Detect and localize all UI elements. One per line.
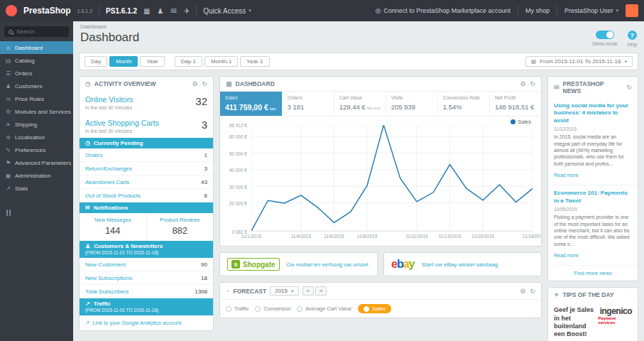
gear-icon[interactable]: ⚙	[192, 80, 197, 87]
read-more-link[interactable]: Read more	[554, 173, 579, 178]
kpi-cart-value[interactable]: Cart Value 129,44 €tax excl.	[334, 92, 386, 116]
shopgate-link[interactable]: Ga mobiel en verhoog uw omzet	[287, 261, 369, 268]
quick-access-label: Quick Access	[203, 7, 246, 15]
date-range-picker[interactable]: ▦ From 2015-11-01 To 2015-11-18 ▾	[525, 56, 633, 67]
news-title-link[interactable]: Ecommerce 101: Payments in a Tweet	[554, 190, 632, 205]
customers-notification-icon[interactable]: ♟	[157, 7, 163, 15]
search-input[interactable]	[16, 28, 65, 35]
row-link[interactable]: New Customers	[85, 261, 126, 268]
row-link[interactable]: Return/Exchanges	[85, 166, 132, 172]
next-year-button[interactable]: »	[315, 286, 327, 296]
filter-year-1-button[interactable]: Year-1	[240, 56, 269, 67]
x-axis-label: 11/8/2015	[357, 234, 377, 239]
refresh-icon[interactable]: ↻	[530, 80, 535, 87]
sidebar-item-dashboard[interactable]: ⌂ Dashboard	[0, 41, 73, 54]
filter-month-button[interactable]: Month	[109, 56, 138, 67]
sidebar-item-modules[interactable]: ⚙ Modules and Services	[0, 105, 73, 118]
filter-day-button[interactable]: Day	[84, 56, 107, 67]
row-link[interactable]: New Subscriptions	[85, 275, 132, 281]
product-reviews-cell[interactable]: Product Reviews 882	[146, 213, 214, 241]
panel-actions: ⚙ ↻	[520, 80, 535, 87]
activity-icon: ◷	[85, 80, 91, 87]
sidebar-item-administration[interactable]: ▣ Administration	[0, 169, 73, 182]
sidebar-item-preferences[interactable]: ✎ Preferences	[0, 144, 73, 156]
topbar-right: ◎ Connect to PrestaShop Marketplace acco…	[375, 4, 638, 17]
topbar-notification-icons: ▦ ♟ ✉ ✈	[143, 7, 190, 15]
forecast-option-traffic[interactable]: Traffic	[226, 305, 249, 312]
ebay-link[interactable]: Start uw eBay-winkel vandaag	[422, 261, 498, 268]
refresh-icon[interactable]: ↻	[202, 80, 207, 87]
kpi-orders[interactable]: Orders 3 181	[283, 92, 334, 116]
x-axis-label: 11/11/2015	[405, 234, 428, 239]
kpi-visits[interactable]: Visits 205 939	[386, 92, 438, 116]
tips-content: Geef je Sales in het buitenland een Boos…	[548, 302, 638, 341]
kpi-sales[interactable]: Sales 411 759,00 €tax excl.	[220, 92, 283, 116]
dashboard-columns: ◷ ACTIVITY OVERVIEW ⚙ ↻ Online Visitors …	[79, 76, 638, 341]
new-messages-cell[interactable]: New Messages 144	[80, 213, 146, 241]
filter-year-button[interactable]: Year	[140, 56, 164, 67]
tips-of-the-day-panel: ✦ TIPS OF THE DAY Geef je Sales in het b…	[547, 287, 638, 341]
user-menu-label: PrestaShop User	[564, 7, 613, 14]
sidebar-item-label: Administration	[15, 173, 51, 179]
forecast-option-sales[interactable]: Sales	[358, 304, 391, 313]
demo-mode-toggle[interactable]	[596, 31, 614, 39]
row-link[interactable]: Total Subscribers	[85, 288, 129, 295]
cell-value: 144	[81, 225, 145, 236]
filter-month-1-button[interactable]: Month-1	[204, 56, 238, 67]
quick-access-menu[interactable]: Quick Access ▾	[203, 7, 251, 15]
refresh-icon[interactable]: ↻	[626, 84, 632, 91]
help-button[interactable]: ?	[628, 31, 637, 40]
sidebar-item-advanced-parameters[interactable]: ⚑ Advanced Parameters	[0, 156, 73, 169]
sidebar-item-label: Orders	[15, 70, 32, 77]
sidebar-item-customers[interactable]: ♟ Customers	[0, 80, 73, 92]
orders-notification-icon[interactable]: ▦	[143, 7, 150, 15]
sidebar-item-shipping[interactable]: ✈ Shipping	[0, 118, 73, 131]
modules-notification-icon[interactable]: ✈	[184, 7, 190, 15]
gear-icon[interactable]: ⚙	[520, 288, 525, 295]
row-link[interactable]: Orders	[85, 152, 102, 158]
dashboard-panel: ▦ DASHBOARD ⚙ ↻ Sales 411 759,00 €tax ex…	[219, 76, 542, 247]
previous-year-button[interactable]: «	[302, 286, 314, 296]
news-title-link[interactable]: Using social media for your business: 4 …	[554, 102, 632, 124]
filter-day-1-button[interactable]: Day-1	[175, 56, 202, 67]
sidebar-item-orders[interactable]: ☰ Orders	[0, 67, 73, 80]
find-more-news-link[interactable]: Find more news	[548, 266, 638, 281]
user-avatar[interactable]	[626, 4, 638, 17]
refresh-icon[interactable]: ↻	[530, 288, 535, 295]
sidebar-item-stats[interactable]: ↗ Stats	[0, 182, 73, 195]
kpi-value: 148 918,51 €	[495, 103, 534, 111]
online-visitors-link[interactable]: Online Visitors	[85, 95, 133, 104]
sidebar-item-label: Dashboard	[15, 45, 43, 51]
chart-legend[interactable]: Sales	[511, 119, 531, 125]
active-carts-link[interactable]: Active Shopping Carts	[85, 119, 159, 127]
sidebar-item-price-rules[interactable]: % Price Rules	[0, 92, 73, 105]
gear-icon[interactable]: ⚙	[520, 80, 525, 87]
shop-name-link[interactable]: PS1.6.1.2	[106, 7, 137, 15]
newsletters-row-new-subscriptions: New Subscriptions 18	[80, 271, 213, 285]
row-link[interactable]: Abandoned Carts	[85, 179, 129, 185]
tips-headline: Geef je Sales in het buitenland een Boos…	[554, 306, 594, 338]
sidebar-item-localization[interactable]: ⊕ Localization	[0, 131, 73, 144]
ebay-ad: ebay Start uw eBay-winkel vandaag	[383, 252, 542, 276]
user-menu[interactable]: PrestaShop User ▾	[564, 7, 618, 14]
ebay-letter: b	[397, 258, 403, 270]
read-more-link[interactable]: Read more	[554, 253, 579, 258]
forecast-option-average-cart-value[interactable]: Average Cart Value	[297, 305, 351, 312]
kpi-net-profit[interactable]: Net Profit 148 918,51 €	[490, 92, 541, 116]
kpi-conversion-rate[interactable]: Conversion Rate 1.54%	[438, 92, 490, 116]
sidebar-item-catalog[interactable]: ▤ Catalog	[0, 54, 73, 67]
radio-icon	[364, 306, 369, 312]
sidebar-collapse-button[interactable]	[6, 206, 67, 219]
marketplace-link[interactable]: ◎ Connect to PrestaShop Marketplace acco…	[375, 7, 510, 14]
news-date: 11/12/2015	[554, 126, 632, 131]
google-analytics-link[interactable]: ↗ Link to your Google Analytics account	[80, 315, 213, 330]
forecast-option-conversion[interactable]: Conversion	[255, 305, 290, 312]
my-shop-link[interactable]: My shop	[525, 7, 550, 14]
row-link[interactable]: Out of Stock Products	[85, 193, 141, 199]
messages-notification-icon[interactable]: ✉	[170, 7, 176, 15]
separator	[557, 6, 557, 16]
customers-newsletters-header: ♟ Customers & Newsletters (FROM 2015-11-…	[80, 241, 213, 258]
news-icon: ✉	[554, 84, 560, 91]
sidebar-item-label: Localization	[15, 134, 45, 141]
forecast-year-select[interactable]: 2015 ▾	[270, 286, 298, 296]
